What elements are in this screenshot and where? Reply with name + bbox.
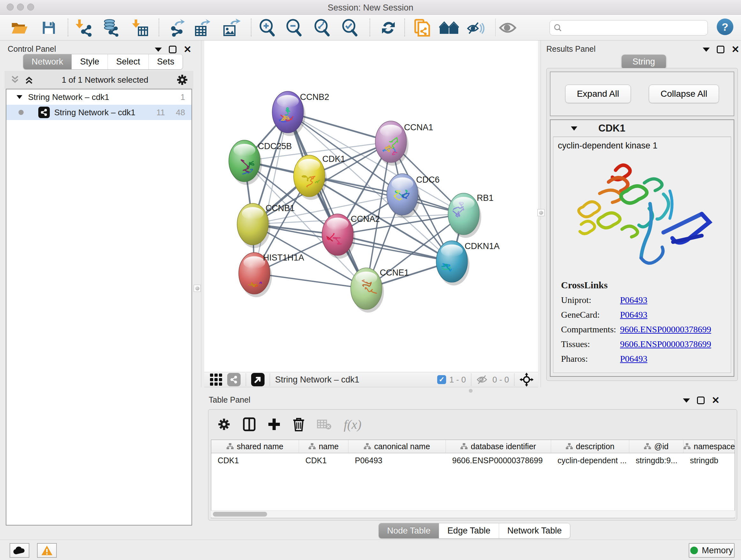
zoom-in-button[interactable] (257, 18, 277, 38)
refresh-view-button[interactable] (379, 18, 398, 38)
tab-network[interactable]: Network (23, 54, 72, 69)
panel-close-icon[interactable]: ✕ (184, 46, 192, 53)
delete-column-icon[interactable] (293, 417, 305, 431)
cloud-icon (13, 546, 26, 555)
panel-close-icon[interactable]: ✕ (731, 46, 739, 53)
protein-section-header[interactable]: CDK1 (550, 120, 734, 137)
network-node-ccne1[interactable] (351, 268, 384, 313)
expand-all-button[interactable]: Expand All (565, 84, 631, 103)
tab-string[interactable]: String (622, 55, 666, 69)
table-row[interactable]: CDK1CDK1P064939606.ENSP00000378699cyclin… (211, 453, 735, 468)
export-image-button[interactable] (221, 18, 241, 38)
warning-status-button[interactable] (37, 543, 57, 558)
panel-menu-icon[interactable] (683, 398, 690, 402)
tab-select[interactable]: Select (108, 54, 149, 69)
column-header-name[interactable]: name (299, 440, 348, 453)
gear-icon[interactable] (176, 74, 188, 86)
panel-divider[interactable] (201, 41, 201, 387)
import-network-from-database-button[interactable] (101, 18, 121, 38)
collection-label: String Network – cdk1 (28, 92, 109, 102)
expand-all-icon[interactable] (24, 75, 34, 84)
network-canvas[interactable]: CCNB2CCNA1CDC25BCDK1CDC6RB1CCNB1CCNA2CDK… (204, 41, 538, 372)
hide-panel-button[interactable] (466, 18, 486, 38)
table-cell[interactable]: cyclin-dependent ... (551, 456, 629, 465)
horizontal-splitter-handle[interactable] (469, 389, 473, 393)
open-session-button[interactable] (10, 18, 29, 38)
export-table-button[interactable] (192, 18, 212, 38)
network-node-cdkn1a[interactable] (434, 241, 470, 286)
column-header-database-identifier[interactable]: database identifier (446, 440, 551, 453)
scrollbar-thumb[interactable] (213, 512, 267, 516)
search-box[interactable] (549, 20, 708, 36)
section-expander-icon[interactable] (570, 126, 578, 131)
panel-menu-icon[interactable] (703, 48, 710, 52)
import-table-button[interactable] (129, 18, 149, 38)
left-divider-handle[interactable] (194, 285, 201, 292)
column-header-id[interactable]: @id (629, 440, 684, 453)
network-collection-row[interactable]: String Network – cdk1 1 (6, 89, 192, 105)
panel-float-icon[interactable] (717, 46, 724, 53)
table-cell[interactable]: CDK1 (299, 456, 348, 465)
search-input[interactable] (564, 23, 702, 32)
show-columns-icon[interactable] (243, 417, 256, 431)
table-cell[interactable]: 9606.ENSP00000378699 (446, 456, 551, 465)
zoom-out-button[interactable] (284, 18, 304, 38)
network-view-icon[interactable] (227, 373, 241, 386)
table-cell[interactable]: stringdb (684, 456, 735, 465)
help-button[interactable]: ? (717, 18, 733, 35)
network-row[interactable]: String Network – cdk1 11 48 (6, 105, 192, 120)
birds-eye-view-icon[interactable] (520, 373, 534, 387)
panel-close-icon[interactable]: ✕ (712, 396, 720, 404)
column-type-icon (309, 443, 316, 449)
node-label: HIST1H1A (263, 253, 304, 262)
tree-expander-icon[interactable] (16, 95, 23, 100)
crosslink-link[interactable]: P06493 (620, 310, 648, 320)
tab-node-table[interactable]: Node Table (379, 523, 439, 538)
crosslink-link[interactable]: P06493 (620, 295, 648, 305)
network-node-cdc6[interactable] (387, 174, 420, 219)
panel-menu-icon[interactable] (155, 48, 162, 52)
home-button[interactable] (439, 18, 459, 38)
table-cell[interactable]: P06493 (348, 456, 446, 465)
panel-float-icon[interactable] (169, 46, 177, 53)
crosslink-link[interactable]: P06493 (620, 354, 648, 364)
show-panel-button[interactable] (498, 18, 518, 38)
string-network-graph[interactable]: CCNB2CCNA1CDC25BCDK1CDC6RB1CCNB1CCNA2CDK… (204, 41, 538, 372)
cloud-status-button[interactable] (10, 543, 29, 558)
export-network-button[interactable] (167, 18, 187, 38)
network-edge[interactable] (254, 112, 288, 273)
crosslink-link[interactable]: 9606.ENSP00000378699 (620, 324, 711, 334)
tab-edge-table[interactable]: Edge Table (439, 523, 499, 538)
column-header-shared-name[interactable]: shared name (211, 440, 299, 453)
clone-network-button[interactable] (412, 18, 432, 38)
add-column-icon[interactable] (268, 418, 280, 431)
import-network-button[interactable] (74, 18, 94, 38)
panel-float-icon[interactable] (697, 396, 704, 404)
results-panel-title: Results Panel (546, 44, 596, 54)
save-session-button[interactable] (39, 18, 59, 38)
table-cell[interactable]: stringdb:9... (629, 456, 684, 465)
column-header-canonical-name[interactable]: canonical name (348, 440, 446, 453)
collapse-all-button[interactable]: Collapse All (649, 84, 719, 103)
column-header-namespace[interactable]: namespace (684, 440, 735, 453)
table-cell[interactable]: CDK1 (211, 456, 299, 465)
grid-view-icon[interactable] (209, 372, 223, 387)
memory-button[interactable]: Memory (689, 543, 735, 558)
protein-section: CDK1 cyclin-dependent kinase 1 (550, 119, 734, 377)
crosslink-link[interactable]: 9606.ENSP00000378699 (620, 339, 711, 349)
tab-network-table[interactable]: Network Table (499, 523, 570, 538)
tab-sets[interactable]: Sets (149, 54, 183, 69)
network-node-rb1[interactable] (448, 193, 481, 238)
column-header-description[interactable]: description (551, 440, 629, 453)
collapse-all-icon[interactable] (10, 75, 20, 84)
zoom-selected-button[interactable] (340, 18, 360, 38)
detach-view-icon[interactable] (251, 373, 265, 386)
control-panel-title: Control Panel (8, 44, 56, 54)
zoom-fit-button[interactable] (312, 18, 332, 38)
table-horizontal-scrollbar[interactable] (211, 510, 735, 517)
tab-style[interactable]: Style (72, 54, 108, 69)
hidden-items-icon[interactable] (476, 374, 489, 385)
gear-icon[interactable] (217, 418, 231, 431)
selected-nodes-checkbox[interactable]: ✓ (437, 375, 446, 384)
node-table[interactable]: shared namenamecanonical namedatabase id… (211, 440, 735, 518)
